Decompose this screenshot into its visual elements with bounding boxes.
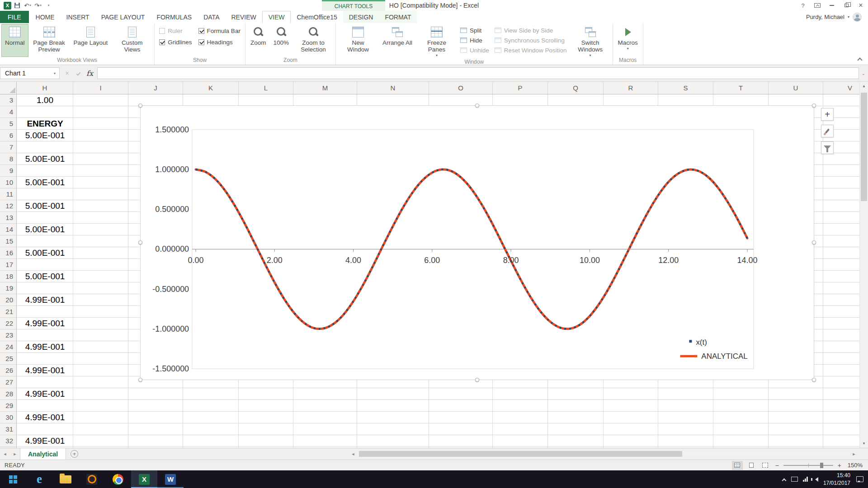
help-button[interactable]: ? bbox=[796, 0, 810, 11]
y-axis-label[interactable]: 0.000000 bbox=[155, 244, 189, 253]
row-header-8[interactable]: 8 bbox=[0, 153, 16, 165]
sheet-nav-left-button[interactable]: ◄ bbox=[0, 448, 10, 460]
row-header-29[interactable]: 29 bbox=[0, 400, 16, 412]
scroll-up-arrow[interactable]: ▲ bbox=[860, 82, 868, 90]
collapse-ribbon-button[interactable] bbox=[857, 56, 863, 61]
cell-H10[interactable]: 5.00E-001 bbox=[17, 177, 73, 188]
taskbar-media-app[interactable] bbox=[79, 470, 105, 488]
column-header-O[interactable]: O bbox=[429, 82, 493, 94]
tab-formulas[interactable]: FORMULAS bbox=[151, 11, 198, 23]
row-header-28[interactable]: 28 bbox=[0, 388, 16, 400]
vertical-scroll-thumb[interactable] bbox=[861, 93, 867, 201]
y-axis-label[interactable]: -0.500000 bbox=[152, 285, 189, 294]
show-hidden-icons-button[interactable] bbox=[782, 478, 786, 481]
tab-review[interactable]: REVIEW bbox=[225, 11, 262, 23]
cell-H32[interactable]: 4.99E-001 bbox=[17, 435, 73, 447]
row-header-13[interactable]: 13 bbox=[0, 212, 16, 224]
horizontal-scrollbar[interactable]: ◄ ► bbox=[349, 448, 868, 460]
zoom-slider[interactable] bbox=[783, 465, 833, 466]
cell-H3[interactable]: 1.00 bbox=[17, 94, 73, 106]
x-axis-label[interactable]: 12.00 bbox=[658, 256, 679, 265]
formula-bar-expand-button[interactable]: ⌄ bbox=[859, 67, 868, 79]
zoom-out-button[interactable]: − bbox=[774, 462, 780, 469]
name-box[interactable]: Chart 1 ▾ bbox=[0, 67, 60, 79]
row-header-3[interactable]: 3 bbox=[0, 94, 16, 106]
column-header-U[interactable]: U bbox=[769, 82, 823, 94]
chart-handle-mid-right[interactable] bbox=[812, 240, 816, 244]
custom-views-button[interactable]: Custom Views bbox=[111, 24, 153, 57]
row-header-10[interactable]: 10 bbox=[0, 177, 16, 188]
row-header-25[interactable]: 25 bbox=[0, 353, 16, 365]
formula-input[interactable] bbox=[97, 67, 859, 79]
sheet-grid[interactable]: 1.00ENERGY5.00E-0015.00E-0015.00E-0015.0… bbox=[17, 94, 859, 448]
row-header-4[interactable]: 4 bbox=[0, 106, 16, 118]
row-header-23[interactable]: 23 bbox=[0, 329, 16, 341]
page-layout-button[interactable]: Page Layout bbox=[70, 24, 112, 57]
action-center-icon[interactable] bbox=[856, 476, 863, 482]
row-header-6[interactable]: 6 bbox=[0, 130, 16, 141]
ribbon-display-options-button[interactable] bbox=[810, 0, 825, 11]
formula-bar-checkbox[interactable]: Formula Bar bbox=[198, 27, 241, 34]
embedded-chart[interactable]: 1.5000001.0000000.5000000.000000-0.50000… bbox=[140, 105, 814, 380]
y-axis-label[interactable]: 1.500000 bbox=[155, 125, 189, 134]
zoom-slider-thumb[interactable] bbox=[820, 463, 823, 468]
switch-windows-button[interactable]: Switch Windows▾ bbox=[570, 24, 611, 59]
touch-keyboard-icon[interactable] bbox=[791, 477, 798, 482]
row-header-26[interactable]: 26 bbox=[0, 365, 16, 376]
column-header-N[interactable]: N bbox=[357, 82, 429, 94]
legend-label-xt[interactable]: x(t) bbox=[696, 338, 707, 347]
cell-H12[interactable]: 5.00E-001 bbox=[17, 200, 73, 212]
chart-elements-button[interactable]: + bbox=[821, 108, 834, 121]
taskbar-chrome[interactable] bbox=[105, 470, 131, 488]
save-button[interactable] bbox=[13, 1, 22, 10]
ruler-checkbox[interactable]: Ruler bbox=[159, 27, 192, 34]
column-header-M[interactable]: M bbox=[293, 82, 357, 94]
tab-home[interactable]: HOME bbox=[30, 11, 61, 23]
user-account[interactable]: Purdy, Michael ▾ bbox=[806, 11, 868, 23]
chart-filters-button[interactable] bbox=[821, 141, 834, 154]
y-axis-label[interactable]: 0.500000 bbox=[155, 205, 189, 214]
legend-label-analytical[interactable]: ANALYTICAL bbox=[701, 352, 747, 361]
split-button[interactable]: Split bbox=[458, 25, 492, 35]
scroll-down-arrow[interactable]: ▼ bbox=[860, 439, 868, 448]
chart-handle-top-left[interactable] bbox=[138, 103, 142, 108]
x-axis-label[interactable]: 10.00 bbox=[580, 256, 600, 265]
cell-H28[interactable]: 4.99E-001 bbox=[17, 388, 73, 400]
row-header-17[interactable]: 17 bbox=[0, 259, 16, 271]
column-header-J[interactable]: J bbox=[128, 82, 183, 94]
cancel-button[interactable]: × bbox=[62, 68, 72, 79]
zoom-to-selection-button[interactable]: Zoom to Selection bbox=[292, 24, 334, 57]
row-header-14[interactable]: 14 bbox=[0, 224, 16, 235]
tab-page-layout[interactable]: PAGE LAYOUT bbox=[95, 11, 151, 23]
view-side-by-side-button[interactable]: View Side by Side bbox=[492, 25, 570, 35]
freeze-panes-button[interactable]: Freeze Panes▾ bbox=[416, 24, 458, 59]
close-button[interactable]: × bbox=[854, 0, 868, 11]
taskbar-excel[interactable]: X bbox=[131, 470, 157, 488]
column-header-S[interactable]: S bbox=[658, 82, 713, 94]
page-layout-shortcut[interactable] bbox=[746, 461, 757, 470]
hide-button[interactable]: Hide bbox=[458, 35, 492, 45]
sheet-nav-right-button[interactable]: ► bbox=[10, 448, 20, 460]
tab-data[interactable]: DATA bbox=[198, 11, 225, 23]
tab-insert[interactable]: INSERT bbox=[61, 11, 95, 23]
volume-icon[interactable] bbox=[813, 477, 818, 482]
vertical-scrollbar[interactable]: ▲ ▼ bbox=[859, 82, 868, 448]
x-axis-label[interactable]: 4.00 bbox=[345, 256, 361, 265]
row-header-24[interactable]: 24 bbox=[0, 341, 16, 353]
reset-window-position-button[interactable]: Reset Window Position bbox=[492, 45, 570, 55]
chart-styles-button[interactable] bbox=[821, 125, 834, 137]
row-header-20[interactable]: 20 bbox=[0, 294, 16, 306]
cell-H8[interactable]: 5.00E-001 bbox=[17, 153, 73, 165]
x-axis-label[interactable]: 8.00 bbox=[503, 256, 519, 265]
tab-design[interactable]: DESIGN bbox=[343, 11, 379, 23]
page-break-preview-button[interactable]: Page Break Preview bbox=[28, 24, 70, 57]
unhide-button[interactable]: Unhide bbox=[458, 45, 492, 55]
row-header-19[interactable]: 19 bbox=[0, 282, 16, 294]
chart-handle-bottom-right[interactable] bbox=[812, 378, 816, 382]
chart-handle-bottom-left[interactable] bbox=[138, 378, 142, 382]
row-header-12[interactable]: 12 bbox=[0, 200, 16, 212]
macros-button[interactable]: Macros▾ bbox=[614, 24, 642, 57]
taskbar-clock[interactable]: 15:40 17/01/2017 bbox=[823, 472, 850, 486]
select-all-corner[interactable] bbox=[0, 82, 17, 94]
page-break-shortcut[interactable] bbox=[760, 461, 771, 470]
